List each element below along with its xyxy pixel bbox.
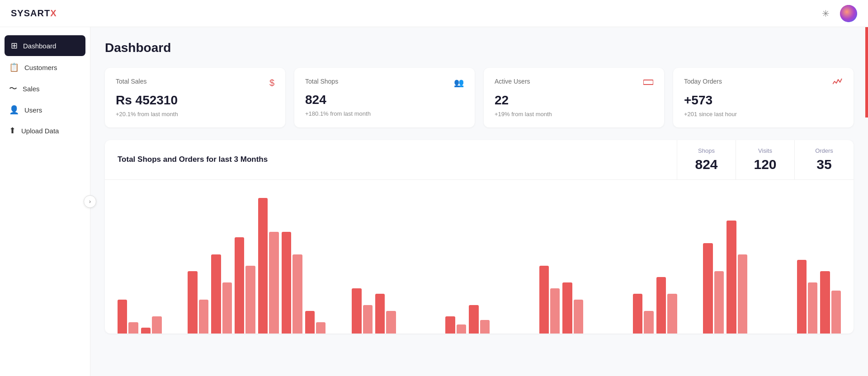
sidebar-item-upload-label: Upload Data xyxy=(21,127,59,135)
bar-group xyxy=(188,271,208,334)
logo: SYSARTX xyxy=(11,8,57,19)
upload-icon: ⬆ xyxy=(9,126,16,136)
chart-bar xyxy=(703,243,712,334)
avatar[interactable] xyxy=(840,5,857,22)
chart-bar xyxy=(269,232,278,334)
layout: › ⊞ Dashboard 📋 Customers 〜 Sales 👤 User… xyxy=(0,27,868,376)
chart-bar xyxy=(667,294,677,334)
today-orders-value: +573 xyxy=(684,93,843,108)
bar-group xyxy=(141,316,162,334)
chart-bar xyxy=(808,282,817,334)
active-users-change: +19% from last month xyxy=(495,111,653,118)
chart-bar xyxy=(831,291,841,334)
header-right: ✳ xyxy=(818,5,857,22)
sidebar-item-upload[interactable]: ⬆ Upload Data xyxy=(0,120,90,141)
chart-stat-shops-value: 824 xyxy=(693,157,719,172)
chart-bar xyxy=(352,288,361,334)
chart-bar xyxy=(128,322,138,334)
stat-card-total-shops: Total Shops 👥 824 +180.1% from last mont… xyxy=(294,68,475,127)
chart-section: Total Shops and Orders for last 3 Months… xyxy=(105,140,854,334)
chart-bar xyxy=(235,237,244,334)
sidebar-item-customers-label: Customers xyxy=(24,64,57,71)
chart-bar xyxy=(305,311,315,334)
chart-stat-visits-label: Visits xyxy=(752,147,778,154)
bar-group xyxy=(352,288,373,334)
bar-group xyxy=(305,311,326,334)
bar-group xyxy=(726,221,747,334)
bar-group xyxy=(539,266,560,334)
chart-bar xyxy=(738,254,747,334)
chart-stat-orders-label: Orders xyxy=(811,147,837,154)
sidebar-item-customers[interactable]: 📋 Customers xyxy=(0,57,90,78)
main-content: Dashboard Total Sales $ Rs 452310 +20.1%… xyxy=(90,27,868,376)
sidebar-item-sales[interactable]: 〜 Sales xyxy=(0,78,90,99)
chart-bar xyxy=(152,316,161,334)
stat-card-today-orders-header: Today Orders xyxy=(684,78,843,88)
bar-group xyxy=(703,243,724,334)
today-orders-label: Today Orders xyxy=(684,78,722,85)
bar-group xyxy=(633,294,654,334)
chart-bar xyxy=(245,266,255,334)
total-sales-change: +20.1% from last month xyxy=(116,111,274,118)
stat-card-active-users-header: Active Users xyxy=(495,78,653,88)
chart-bar xyxy=(292,254,302,334)
sidebar-item-users[interactable]: 👤 Users xyxy=(0,99,90,120)
users-icon: 👤 xyxy=(9,105,19,115)
dashboard-icon: ⊞ xyxy=(11,41,18,51)
chart-bar xyxy=(141,328,151,334)
chart-bar xyxy=(375,294,385,334)
sidebar-item-dashboard-label: Dashboard xyxy=(23,42,56,50)
chart-bar xyxy=(633,294,642,334)
chart-bar xyxy=(820,271,830,334)
red-accent-strip xyxy=(865,27,868,118)
total-shops-icon: 👥 xyxy=(454,78,464,88)
bar-group xyxy=(118,300,138,334)
total-sales-label: Total Sales xyxy=(116,78,146,85)
chart-bar xyxy=(539,266,549,334)
stat-card-total-sales-header: Total Sales $ xyxy=(116,78,274,88)
chart-bar xyxy=(258,198,268,334)
header: SYSARTX ✳ xyxy=(0,0,868,27)
chart-stat-orders-value: 35 xyxy=(811,157,837,172)
today-orders-change: +201 since last hour xyxy=(684,111,843,118)
chart-title: Total Shops and Orders for last 3 Months xyxy=(118,155,268,164)
total-shops-value: 824 xyxy=(305,92,464,108)
chart-bar xyxy=(211,254,221,334)
bar-group xyxy=(375,294,396,334)
chart-stats: Shops 824 Visits 120 Orders 35 xyxy=(677,140,854,179)
chart-title-area: Total Shops and Orders for last 3 Months xyxy=(105,140,677,179)
stats-row: Total Sales $ Rs 452310 +20.1% from last… xyxy=(105,68,854,127)
sidebar-item-dashboard[interactable]: ⊞ Dashboard xyxy=(5,35,85,56)
chart-bar xyxy=(118,300,127,334)
stat-card-today-orders: Today Orders +573 +201 since last hour xyxy=(673,68,854,127)
chart-bar xyxy=(714,271,724,334)
chart-bar xyxy=(282,232,291,334)
chart-bar xyxy=(188,271,197,334)
chart-bar xyxy=(316,322,326,334)
bar-group xyxy=(820,271,841,334)
bar-group xyxy=(211,254,232,334)
chart-bar xyxy=(656,277,666,334)
sales-icon: 〜 xyxy=(9,83,17,94)
active-users-value: 22 xyxy=(495,93,653,108)
chart-body xyxy=(105,180,854,334)
bar-group xyxy=(445,316,466,334)
stat-card-total-sales: Total Sales $ Rs 452310 +20.1% from last… xyxy=(105,68,285,127)
chart-bar xyxy=(574,300,583,334)
theme-toggle-icon[interactable]: ✳ xyxy=(818,6,833,21)
svg-rect-0 xyxy=(643,80,653,85)
sidebar-item-sales-label: Sales xyxy=(23,85,40,93)
total-sales-icon: $ xyxy=(269,78,274,88)
sidebar-toggle-button[interactable]: › xyxy=(84,195,96,208)
total-sales-value: Rs 452310 xyxy=(116,93,274,108)
chart-bar xyxy=(726,221,736,334)
chart-bar xyxy=(550,288,560,334)
chart-stat-visits-value: 120 xyxy=(752,157,778,172)
active-users-icon xyxy=(643,78,653,88)
chart-bar xyxy=(469,305,478,334)
chart-bar xyxy=(199,300,208,334)
stat-card-total-shops-header: Total Shops 👥 xyxy=(305,78,464,88)
total-shops-change: +180.1% from last month xyxy=(305,110,464,117)
chart-bar xyxy=(445,316,455,334)
chart-bar xyxy=(562,282,572,334)
